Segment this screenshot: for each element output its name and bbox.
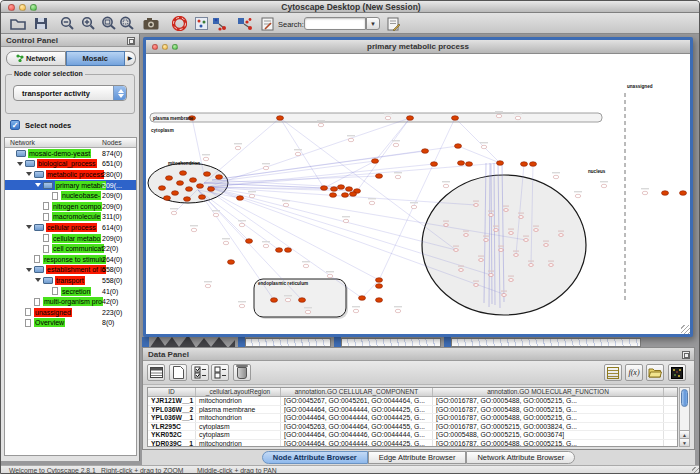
network-node[interactable] bbox=[338, 185, 345, 190]
network-node-small[interactable] bbox=[496, 114, 502, 117]
table-row[interactable]: YDR039C__1mitochondrion[GO:0044464, GO:0… bbox=[148, 440, 677, 448]
network-node[interactable] bbox=[237, 196, 244, 201]
tree-row[interactable]: mosaic-demo-yeast874(0) bbox=[5, 148, 136, 159]
tree-row[interactable]: multi-organism pro42(0) bbox=[5, 296, 136, 307]
tree-row[interactable]: cellular metabo209(0) bbox=[5, 233, 136, 244]
network-node[interactable] bbox=[216, 175, 223, 180]
float-panel-icon[interactable] bbox=[682, 351, 690, 359]
search-dropdown-arrow-icon[interactable]: ▼ bbox=[366, 17, 380, 30]
network-node-small[interactable] bbox=[559, 234, 564, 237]
network-node[interactable] bbox=[299, 298, 306, 303]
network-canvas[interactable]: plasma membranecytoplasmmitochondrionnuc… bbox=[146, 55, 690, 334]
network-node-small[interactable] bbox=[494, 229, 499, 232]
network-node-small[interactable] bbox=[205, 284, 211, 287]
table-cell[interactable]: [GO:0044464, GO:0044444, GO:0044425, G..… bbox=[281, 406, 433, 414]
table-cell[interactable]: YPL036W__1 bbox=[148, 414, 196, 422]
network-node-small[interactable] bbox=[303, 264, 309, 267]
table-cell[interactable]: [GO:0044464, GO:0044444, GO:0044425, G..… bbox=[281, 440, 433, 448]
network-node-small[interactable] bbox=[524, 239, 529, 242]
table-cell[interactable]: YPL036W__2 bbox=[148, 406, 196, 414]
save-icon[interactable] bbox=[32, 15, 50, 32]
network-node[interactable] bbox=[285, 248, 292, 253]
network-node-small[interactable] bbox=[575, 194, 581, 197]
network-node-small[interactable] bbox=[318, 123, 324, 126]
network-node[interactable] bbox=[662, 191, 669, 196]
select-nodes-checkbox[interactable]: ✓ bbox=[10, 120, 20, 130]
network-node[interactable] bbox=[422, 149, 429, 154]
table-cell[interactable]: [GO:0016787, GO:0005215, GO:0003824, G..… bbox=[433, 423, 664, 431]
network-node-small[interactable] bbox=[393, 143, 399, 146]
network-node-small[interactable] bbox=[343, 219, 349, 222]
network-node[interactable] bbox=[277, 116, 284, 121]
birdseye-icon[interactable] bbox=[194, 15, 208, 32]
table-cell[interactable]: [GO:0044464, GO:0044446, GO:0044444, G..… bbox=[281, 431, 433, 439]
network-node[interactable] bbox=[346, 187, 353, 192]
tree-row[interactable]: cellular process614(0) bbox=[5, 222, 136, 233]
network-node-small[interactable] bbox=[544, 244, 549, 247]
table-cell[interactable]: YJR121W__1 bbox=[148, 397, 196, 405]
network-node[interactable] bbox=[190, 178, 197, 183]
table-cell[interactable]: [GO:0016787, GO:0005488, GO:0005215, G..… bbox=[433, 406, 664, 414]
network-node-small[interactable] bbox=[481, 145, 487, 148]
network-node-small[interactable] bbox=[479, 259, 484, 262]
network-node[interactable] bbox=[180, 171, 187, 176]
network-node-small[interactable] bbox=[489, 274, 494, 277]
window-resize-grip[interactable] bbox=[692, 467, 700, 474]
table-row[interactable]: YKR052Ccytoplasm[GO:0044464, GO:0044446,… bbox=[148, 431, 677, 440]
network-node-small[interactable] bbox=[305, 310, 311, 313]
network-node-small[interactable] bbox=[239, 304, 245, 307]
network-node[interactable] bbox=[521, 162, 528, 167]
open-icon[interactable] bbox=[9, 15, 27, 32]
network-node-small[interactable] bbox=[295, 152, 301, 155]
attribute-batch-icon[interactable] bbox=[604, 364, 622, 381]
tree-row[interactable]: Overview8(0) bbox=[5, 318, 136, 329]
delete-attribute-icon[interactable] bbox=[233, 364, 251, 381]
background-window[interactable] bbox=[341, 338, 441, 347]
network-node-small[interactable] bbox=[395, 175, 401, 178]
network-node[interactable] bbox=[228, 260, 235, 265]
table-cell[interactable]: mitochondrion bbox=[196, 440, 281, 448]
tree-row[interactable]: unassigned223(0) bbox=[5, 307, 136, 318]
table-cell[interactable]: cytoplasm bbox=[196, 423, 281, 431]
tree-row[interactable]: nucleobase-209(0) bbox=[5, 190, 136, 201]
tree-row[interactable]: secretion41(0) bbox=[5, 286, 136, 297]
table-cell[interactable]: [GO:0044464, GO:0044444, GO:0044425, G..… bbox=[281, 414, 433, 422]
layout-redo-icon[interactable] bbox=[236, 15, 254, 32]
table-column-header[interactable]: _cellularLayoutRegion bbox=[196, 388, 281, 396]
select-attributes-icon[interactable] bbox=[191, 364, 209, 381]
network-node-small[interactable] bbox=[395, 309, 401, 312]
network-node-small[interactable] bbox=[474, 284, 479, 287]
window-resize-grip[interactable] bbox=[681, 325, 690, 334]
network-node-small[interactable] bbox=[191, 228, 197, 231]
attribute-table[interactable]: ID_cellularLayoutRegionannotation.GO CEL… bbox=[147, 387, 678, 447]
table-cell[interactable]: [GO:0016787, GO:0005488, GO:0005215, G..… bbox=[433, 440, 664, 448]
table-cell[interactable]: YKR052C bbox=[148, 431, 196, 439]
tree-row[interactable]: establishment of lo558(0) bbox=[5, 265, 136, 276]
network-node[interactable] bbox=[376, 284, 383, 289]
network-node[interactable] bbox=[530, 162, 537, 167]
network-node-small[interactable] bbox=[519, 216, 524, 219]
network-node[interactable] bbox=[431, 162, 438, 167]
tree-expander-icon[interactable] bbox=[26, 225, 32, 229]
network-node-small[interactable] bbox=[235, 146, 241, 149]
tree-expander-icon[interactable] bbox=[26, 268, 32, 272]
scrollbar-thumb[interactable] bbox=[681, 389, 688, 407]
layout-undo-icon[interactable] bbox=[211, 15, 229, 32]
network-node-small[interactable] bbox=[529, 264, 534, 267]
network-node-small[interactable] bbox=[499, 249, 504, 252]
table-row[interactable]: YPL036W__1mitochondrion[GO:0044464, GO:0… bbox=[148, 414, 677, 423]
table-cell[interactable]: YDR039C__1 bbox=[148, 440, 196, 448]
tab-mosaic[interactable]: Mosaic bbox=[66, 51, 126, 66]
network-node-small[interactable] bbox=[213, 213, 219, 216]
network-node-small[interactable] bbox=[263, 244, 269, 247]
node-color-select[interactable]: transporter activity bbox=[13, 85, 127, 101]
network-node[interactable] bbox=[159, 186, 166, 191]
float-panel-icon[interactable] bbox=[127, 37, 135, 45]
network-node[interactable] bbox=[276, 248, 283, 253]
search-input[interactable] bbox=[304, 17, 366, 30]
network-node[interactable] bbox=[330, 193, 337, 198]
table-cell[interactable]: [GO:0005488, GO:0005215, GO:0003674] bbox=[433, 431, 664, 439]
network-node-small[interactable] bbox=[484, 239, 489, 242]
scroll-up-icon[interactable]: ▲ bbox=[680, 430, 689, 438]
background-window[interactable] bbox=[451, 338, 641, 347]
